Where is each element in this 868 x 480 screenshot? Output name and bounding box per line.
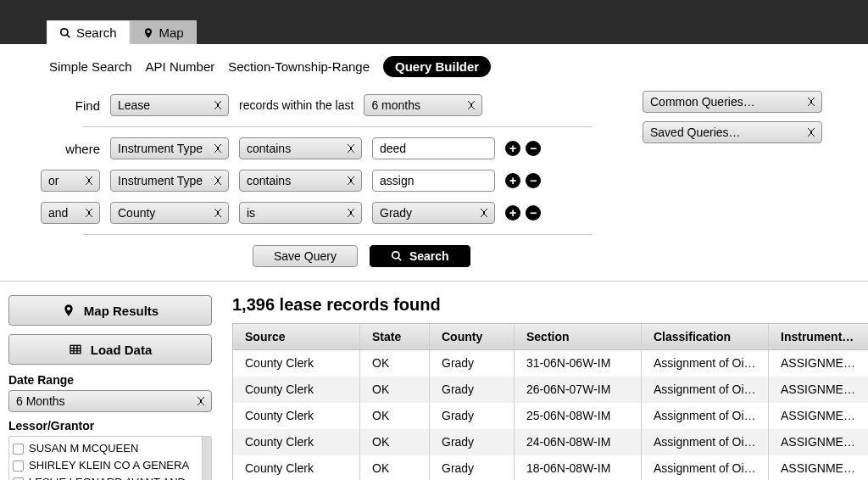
common-queries-select[interactable]: Common Queries… xyxy=(643,91,822,113)
load-data-label: Load Data xyxy=(91,343,153,357)
col-state[interactable]: State xyxy=(360,324,430,349)
condition-row: orInstrument Typecontainsassign+− xyxy=(49,170,592,192)
remove-condition-button[interactable]: − xyxy=(526,205,541,220)
time-range-select[interactable]: 6 months xyxy=(364,94,482,116)
lessor-grantor-list[interactable]: SUSAN M MCQUEENSHIRLEY KLEIN CO A GENERA… xyxy=(8,436,212,480)
cell-county: Grady xyxy=(430,403,515,429)
cell-source: County Clerk xyxy=(233,377,360,403)
col-section[interactable]: Section xyxy=(515,324,642,349)
map-results-button[interactable]: Map Results xyxy=(8,295,212,326)
find-type-select[interactable]: Lease xyxy=(110,94,229,116)
remove-condition-button[interactable]: − xyxy=(526,173,541,188)
subnav-simple-search[interactable]: Simple Search xyxy=(49,56,132,77)
col-classification[interactable]: Classification xyxy=(642,324,769,349)
value-select[interactable]: Grady xyxy=(372,202,495,224)
table-row[interactable]: County ClerkOKGrady24-06N-08W-IMAssignme… xyxy=(233,429,868,455)
lessor-option-label: LESLIE LEONARD AVANT AND xyxy=(29,474,186,480)
subnav-api-number[interactable]: API Number xyxy=(146,56,215,77)
saved-queries-select[interactable]: Saved Queries… xyxy=(643,121,822,143)
save-query-label: Save Query xyxy=(274,249,337,263)
subnav-section-township-range[interactable]: Section-Township-Range xyxy=(228,56,370,77)
svg-point-3 xyxy=(392,252,399,259)
cell-county: Grady xyxy=(430,455,515,480)
value-input[interactable]: deed xyxy=(372,137,495,159)
top-bar: Search Map xyxy=(0,0,868,44)
cell-state: OK xyxy=(360,377,430,403)
cell-classification: Assignment of Oil… xyxy=(642,429,769,455)
condition-row: whereInstrument Typecontainsdeed+− xyxy=(49,137,592,159)
value-input[interactable]: assign xyxy=(372,170,495,192)
condition-select[interactable]: contains xyxy=(239,170,362,192)
svg-point-2 xyxy=(147,30,149,32)
tab-search[interactable]: Search xyxy=(47,20,130,44)
cell-source: County Clerk xyxy=(233,455,360,480)
cell-instrument-type: ASSIGNMENT xyxy=(769,350,868,377)
lessor-option-label: SUSAN M MCQUEEN xyxy=(29,440,138,457)
table-row[interactable]: County ClerkOKGrady25-06N-08W-IMAssignme… xyxy=(233,403,868,429)
svg-line-1 xyxy=(67,34,70,37)
date-range-select[interactable]: 6 Months xyxy=(8,390,212,412)
lessor-option-label: SHIRLEY KLEIN CO A GENERA xyxy=(29,457,189,474)
svg-point-0 xyxy=(61,28,68,35)
subnav-query-builder[interactable]: Query Builder xyxy=(383,56,491,77)
checkbox[interactable] xyxy=(13,477,24,481)
load-data-button[interactable]: Load Data xyxy=(8,334,212,365)
field-select[interactable]: Instrument Type xyxy=(110,137,229,159)
cell-section: 24-06N-08W-IM xyxy=(515,429,642,455)
lessor-grantor-label: Lessor/Grantor xyxy=(8,419,212,433)
cell-section: 31-06N-06W-IM xyxy=(515,350,642,377)
field-select[interactable]: Instrument Type xyxy=(110,170,229,192)
tab-search-label: Search xyxy=(76,25,117,40)
search-icon xyxy=(391,250,403,262)
logic-operator-select[interactable]: and xyxy=(41,202,100,224)
search-subnav: Simple Search API Number Section-Townshi… xyxy=(49,56,868,77)
add-condition-button[interactable]: + xyxy=(505,205,520,220)
lessor-option[interactable]: LESLIE LEONARD AVANT AND xyxy=(13,474,208,480)
field-select[interactable]: County xyxy=(110,202,229,224)
remove-condition-button[interactable]: − xyxy=(526,141,541,156)
tab-map[interactable]: Map xyxy=(130,20,197,44)
table-row[interactable]: County ClerkOKGrady31-06N-06W-IMAssignme… xyxy=(233,350,868,377)
lessor-option[interactable]: SUSAN M MCQUEEN xyxy=(13,440,208,457)
checkbox[interactable] xyxy=(13,444,24,455)
cell-classification: Assignment of Oil… xyxy=(642,350,769,377)
cell-state: OK xyxy=(360,455,430,480)
add-condition-button[interactable]: + xyxy=(505,173,520,188)
pin-icon xyxy=(142,27,154,39)
col-instrument-type[interactable]: Instrument Ty xyxy=(769,324,868,349)
condition-select[interactable]: is xyxy=(239,202,362,224)
save-query-button[interactable]: Save Query xyxy=(253,245,358,267)
table-header-row: Source State County Section Classificati… xyxy=(233,324,868,350)
condition-row: andCountyisGrady+− xyxy=(49,202,592,224)
add-condition-button[interactable]: + xyxy=(505,141,520,156)
where-label: where xyxy=(49,142,100,156)
pin-icon xyxy=(62,304,75,317)
lessor-option[interactable]: SHIRLEY KLEIN CO A GENERA xyxy=(13,457,208,474)
cell-instrument-type: ASSIGNMENT xyxy=(769,455,868,480)
row-actions: +− xyxy=(505,141,541,156)
logic-operator-select[interactable]: or xyxy=(41,170,100,192)
condition-select[interactable]: contains xyxy=(239,137,362,159)
cell-classification: Assignment of Oil… xyxy=(642,377,769,403)
date-range-label: Date Range xyxy=(8,373,212,387)
cell-county: Grady xyxy=(430,377,515,403)
col-source[interactable]: Source xyxy=(233,324,360,349)
cell-classification: Assignment of Oil… xyxy=(642,403,769,429)
table-row[interactable]: County ClerkOKGrady18-06N-08W-IMAssignme… xyxy=(233,455,868,480)
cell-state: OK xyxy=(360,350,430,377)
cell-county: Grady xyxy=(430,350,515,377)
search-button-label: Search xyxy=(409,249,449,263)
search-icon xyxy=(59,27,71,39)
cell-state: OK xyxy=(360,429,430,455)
cell-instrument-type: ASSIGNMENT xyxy=(769,403,868,429)
cell-section: 25-06N-08W-IM xyxy=(515,403,642,429)
cell-section: 18-06N-08W-IM xyxy=(515,455,642,480)
svg-point-5 xyxy=(67,307,70,310)
search-button[interactable]: Search xyxy=(370,245,470,267)
cell-source: County Clerk xyxy=(233,429,360,455)
cell-state: OK xyxy=(360,403,430,429)
checkbox[interactable] xyxy=(13,460,24,472)
results-table: Source State County Section Classificati… xyxy=(232,323,868,480)
col-county[interactable]: County xyxy=(430,324,515,349)
table-row[interactable]: County ClerkOKGrady26-06N-07W-IMAssignme… xyxy=(233,377,868,403)
